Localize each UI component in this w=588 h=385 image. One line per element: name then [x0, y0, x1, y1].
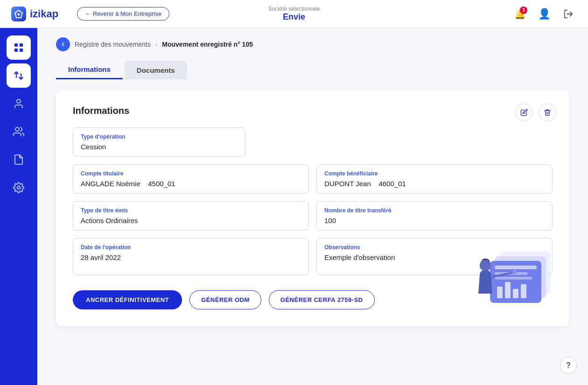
compte-beneficiaire-code: 4600_01 — [378, 180, 406, 188]
date-value: 28 avril 2022 — [81, 253, 301, 261]
svg-rect-13 — [495, 266, 537, 269]
breadcrumb-current: Mouvement enregistré n° 105 — [162, 41, 253, 48]
company-info: Société sélectionnée Envie — [268, 6, 320, 22]
top-navigation: izikap ← Revenir à Mon Entreprise Sociét… — [0, 0, 588, 28]
sidebar-item-settings[interactable] — [7, 175, 31, 200]
date-label: Date de l'opération — [81, 244, 301, 251]
info-card: Informations Type d'opération — [56, 91, 569, 326]
action-icons — [515, 104, 556, 121]
breadcrumb: Registre des mouvements › Mouvement enre… — [56, 37, 569, 51]
help-button[interactable]: ? — [560, 357, 577, 374]
svg-point-21 — [512, 270, 517, 274]
nombre-titre-value: 100 — [324, 217, 545, 224]
breadcrumb-separator: › — [155, 41, 158, 48]
nombre-titre-label: Nombre de titre transféré — [324, 207, 545, 214]
illustration — [471, 238, 555, 312]
notifications-button[interactable]: 🔔 3 — [511, 6, 528, 22]
anchor-button[interactable]: ANCRER DÉFINITIVEMENT — [73, 290, 182, 309]
back-to-company-button[interactable]: ← Revenir à Mon Entreprise — [77, 7, 169, 21]
svg-rect-15 — [495, 277, 532, 280]
field-nombre-titre: Nombre de titre transféré 100 — [316, 201, 553, 231]
type-titre-label: Type de titre émis — [81, 207, 301, 214]
compte-titulaire-name: ANGLADE Noémie — [81, 180, 140, 188]
field-compte-beneficiaire: Compte bénéficiaire DUPONT Jean 4600_01 — [316, 164, 553, 194]
compte-titulaire-code: 4500_01 — [148, 180, 175, 188]
company-label: Société sélectionnée — [268, 6, 320, 12]
svg-rect-4 — [20, 43, 23, 47]
tabs-container: Informations Documents — [56, 61, 569, 79]
compte-titulaire-value: ANGLADE Noémie 4500_01 — [81, 180, 301, 188]
svg-point-1 — [18, 13, 20, 15]
compte-beneficiaire-label: Compte bénéficiaire — [324, 170, 545, 177]
logo[interactable]: izikap — [11, 7, 58, 21]
sidebar-item-transfers[interactable] — [7, 63, 31, 88]
svg-point-8 — [15, 127, 19, 131]
form-row-2: Compte titulaire ANGLADE Noémie 4500_01 … — [73, 164, 553, 194]
notification-badge: 3 — [520, 7, 527, 14]
logout-button[interactable] — [560, 6, 577, 22]
type-operation-label: Type d'opération — [81, 133, 238, 140]
breadcrumb-back-button[interactable] — [56, 37, 70, 51]
sidebar-item-dashboard[interactable] — [7, 35, 31, 60]
generate-odm-button[interactable]: GÉNÉRER ODM — [189, 290, 261, 309]
main-layout: Registre des mouvements › Mouvement enre… — [0, 28, 588, 385]
svg-rect-17 — [505, 282, 511, 298]
tab-informations[interactable]: Informations — [56, 61, 123, 79]
logo-icon — [11, 7, 26, 21]
svg-rect-6 — [20, 49, 23, 52]
field-compte-titulaire: Compte titulaire ANGLADE Noémie 4500_01 — [73, 164, 309, 194]
topnav-actions: 🔔 3 👤 — [511, 6, 577, 22]
svg-point-7 — [17, 99, 21, 103]
logo-text: izikap — [30, 8, 58, 20]
company-name: Envie — [268, 12, 320, 22]
field-type-titre: Type de titre émis Actions Ordinaires — [73, 201, 309, 231]
sidebar-item-documents[interactable] — [7, 147, 31, 172]
user-profile-button[interactable]: 👤 — [536, 6, 553, 22]
breadcrumb-parent[interactable]: Registre des mouvements — [75, 41, 151, 48]
form-row-1: Type d'opération Cession — [73, 127, 553, 157]
field-date: Date de l'opération 28 avril 2022 — [73, 238, 309, 275]
sidebar — [0, 28, 37, 385]
svg-rect-19 — [521, 284, 526, 298]
delete-button[interactable] — [539, 104, 556, 121]
tab-documents[interactable]: Documents — [125, 61, 187, 79]
compte-beneficiaire-value: DUPONT Jean 4600_01 — [324, 180, 545, 188]
sidebar-item-groups[interactable] — [7, 119, 31, 144]
svg-point-9 — [17, 186, 20, 189]
main-content: Registre des mouvements › Mouvement enre… — [37, 28, 588, 385]
type-titre-value: Actions Ordinaires — [81, 217, 301, 224]
type-operation-value: Cession — [81, 143, 238, 151]
sidebar-item-contacts[interactable] — [7, 91, 31, 116]
generate-cerfa-button[interactable]: GÉNÉRER CERFA 2759-SD — [269, 290, 375, 309]
compte-beneficiaire-name: DUPONT Jean — [324, 180, 371, 188]
field-type-operation: Type d'opération Cession — [73, 127, 245, 157]
section-title: Informations — [73, 105, 553, 116]
svg-rect-18 — [513, 289, 518, 298]
svg-rect-3 — [14, 43, 18, 47]
svg-rect-5 — [14, 49, 18, 52]
svg-rect-16 — [497, 287, 503, 298]
form-row-3: Type de titre émis Actions Ordinaires No… — [73, 201, 553, 231]
edit-button[interactable] — [515, 104, 533, 121]
compte-titulaire-label: Compte titulaire — [81, 170, 301, 177]
